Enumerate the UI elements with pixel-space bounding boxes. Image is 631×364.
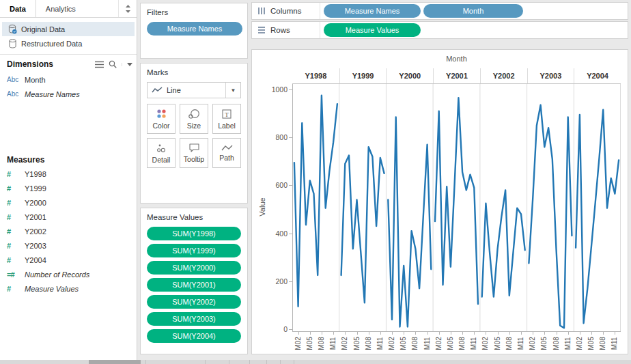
measure-values-title: Measure Values xyxy=(147,213,241,221)
columns-shelf[interactable]: Columns Measure Names Month xyxy=(251,2,628,20)
tab-analytics[interactable]: Analytics xyxy=(36,0,119,17)
measure-pill-sum-y1998[interactable]: SUM(Y1998) xyxy=(147,227,241,240)
rows-shelf[interactable]: Rows Measure Values xyxy=(251,21,628,39)
line-series-y2001[interactable] xyxy=(435,98,478,304)
path-button[interactable]: Path xyxy=(212,138,241,168)
field-label: Y2002 xyxy=(25,227,46,236)
status-bar xyxy=(0,360,631,364)
x-tick-label: M05 xyxy=(447,333,455,354)
y-tick-label: 800 xyxy=(263,133,288,141)
field-label: Measure Names xyxy=(25,90,80,98)
line-series-y2003[interactable] xyxy=(529,105,572,328)
x-tick-label: M02 xyxy=(388,333,396,354)
x-tick-label: M11 xyxy=(376,333,384,354)
measure-field-y1998[interactable]: # Y1998 xyxy=(0,167,137,181)
rows-icon xyxy=(257,26,266,34)
datasource-original-data[interactable]: Original Data xyxy=(2,22,135,36)
marks-card: Marks Line ▼ Color Size xyxy=(140,63,248,204)
filters-card: Filters Measure Names xyxy=(140,3,248,59)
y-tick-mark xyxy=(289,185,292,186)
line-series-y2004[interactable] xyxy=(576,110,619,323)
database-icon xyxy=(8,39,17,48)
number-icon: # xyxy=(7,285,25,293)
calculated-number-icon: =# xyxy=(7,270,25,279)
columns-pill-measure-names[interactable]: Measure Names xyxy=(324,4,421,18)
dropdown-caret-icon: ▼ xyxy=(225,83,240,98)
x-tick-label: M02 xyxy=(294,333,303,354)
pane-sort-icon[interactable] xyxy=(119,0,137,17)
line-chart-icon xyxy=(152,87,163,94)
path-zigzag-icon xyxy=(221,144,233,152)
datasource-restructured-data[interactable]: Restructured Data xyxy=(2,36,135,51)
size-button[interactable]: Size xyxy=(180,104,208,134)
measure-field-y2002[interactable]: # Y2002 xyxy=(0,224,137,238)
tab-data[interactable]: Data xyxy=(0,0,36,17)
abc-icon: Abc xyxy=(7,76,25,83)
y-tick-mark xyxy=(289,329,292,330)
tooltip-button[interactable]: Tooltip xyxy=(180,138,208,168)
x-tick-label: M05 xyxy=(540,333,548,354)
status-bar-separator xyxy=(294,360,294,364)
line-series-y1999[interactable] xyxy=(341,147,384,303)
columns-label: Columns xyxy=(270,7,301,15)
measure-field-y1999[interactable]: # Y1999 xyxy=(0,181,137,195)
x-tick-label: M08 xyxy=(318,333,326,354)
color-button[interactable]: Color xyxy=(147,104,176,134)
data-pane: Data Analytics Original Data Restructure… xyxy=(0,0,137,360)
measure-field-measure-values[interactable]: # Measure Values xyxy=(0,281,137,296)
measure-pill-sum-y2002[interactable]: SUM(Y2002) xyxy=(147,295,241,309)
measure-pill-sum-y1999[interactable]: SUM(Y1999) xyxy=(147,244,241,257)
columns-pill-month[interactable]: Month xyxy=(423,4,523,18)
measure-field-y2004[interactable]: # Y2004 xyxy=(0,253,137,267)
dimensions-menu-caret-icon[interactable] xyxy=(122,63,132,66)
filter-pill-measure-names[interactable]: Measure Names xyxy=(147,22,242,36)
x-tick-label: M11 xyxy=(564,333,572,354)
x-tick-label: M05 xyxy=(494,333,502,354)
x-tick-label: M11 xyxy=(423,333,432,354)
status-bar-separator xyxy=(145,360,146,364)
x-tick-label: M05 xyxy=(306,333,314,354)
rows-label: Rows xyxy=(270,26,290,34)
measure-field-number-of-records[interactable]: =# Number of Records xyxy=(0,267,137,281)
measure-field-y2001[interactable]: # Y2001 xyxy=(0,210,137,224)
line-series-y1998[interactable] xyxy=(294,96,337,307)
detail-button[interactable]: Detail xyxy=(147,138,176,168)
x-tick-label: M08 xyxy=(552,333,561,354)
measure-pill-sum-y2001[interactable]: SUM(Y2001) xyxy=(147,278,241,292)
color-dots-icon xyxy=(156,108,167,120)
label-button[interactable]: T Label xyxy=(212,104,241,134)
field-label: Y1999 xyxy=(25,184,46,193)
y-axis-title-value: Value xyxy=(258,156,266,258)
view-as-list-icon[interactable] xyxy=(95,61,104,68)
y-tick-mark xyxy=(289,137,292,138)
x-tick-label: M08 xyxy=(411,333,419,354)
dimension-field-month[interactable]: Abc Month xyxy=(0,72,137,87)
search-icon[interactable] xyxy=(109,60,117,68)
x-tick-label: M11 xyxy=(611,333,619,354)
button-label: Path xyxy=(219,154,234,162)
panel-header-y2000: Y2000 xyxy=(386,68,433,83)
measure-field-y2003[interactable]: # Y2003 xyxy=(0,238,137,253)
measure-field-y2000[interactable]: # Y2000 xyxy=(0,195,137,210)
field-label: Measure Values xyxy=(25,285,79,293)
number-icon: # xyxy=(7,227,25,236)
pane-tabs: Data Analytics xyxy=(0,0,137,18)
number-icon: # xyxy=(7,256,25,264)
panel-header-y1998: Y1998 xyxy=(292,68,339,83)
datasource-label: Restructured Data xyxy=(21,40,82,48)
abc-icon: Abc xyxy=(7,90,25,98)
measure-pill-sum-y2000[interactable]: SUM(Y2000) xyxy=(147,261,241,275)
dimension-field-measure-names[interactable]: Abc Measure Names xyxy=(0,87,137,101)
x-tick-label: M08 xyxy=(599,333,607,354)
line-series-y2000[interactable] xyxy=(388,117,431,326)
measure-pill-sum-y2003[interactable]: SUM(Y2003) xyxy=(147,312,241,326)
y-tick-mark xyxy=(289,281,292,282)
measure-pill-sum-y2004[interactable]: SUM(Y2004) xyxy=(147,329,241,343)
field-label: Number of Records xyxy=(25,270,89,279)
rows-pill-measure-values[interactable]: Measure Values xyxy=(324,23,421,37)
mark-type-dropdown[interactable]: Line ▼ xyxy=(147,82,241,98)
field-label: Y2001 xyxy=(25,213,46,221)
x-tick-label: M11 xyxy=(470,333,478,354)
line-series-y2002[interactable] xyxy=(482,190,525,296)
status-bar-separator xyxy=(266,360,267,364)
